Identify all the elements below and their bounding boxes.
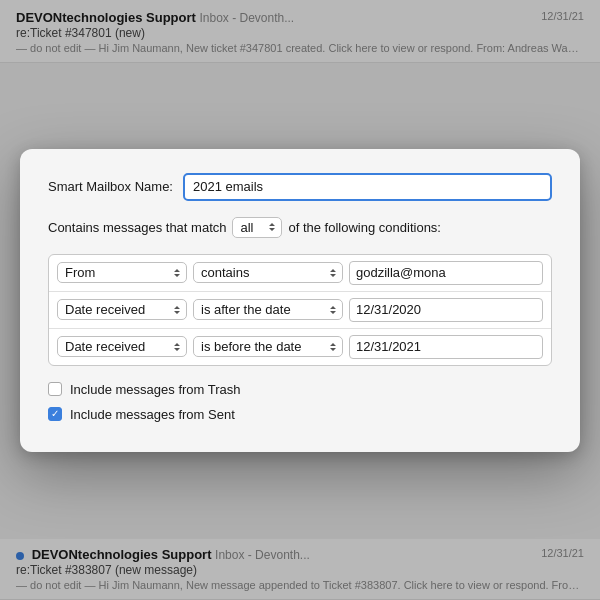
smart-mailbox-dialog: Smart Mailbox Name: Contains messages th… xyxy=(20,149,580,452)
mailbox-name-input[interactable] xyxy=(183,173,552,201)
condition-3-operator-select[interactable]: is after the date is before the date is … xyxy=(193,336,343,357)
condition-row-1: From To Subject Date received Any Recipi… xyxy=(49,255,551,292)
condition-3-value-input[interactable] xyxy=(349,335,543,359)
match-prefix-text: Contains messages that match xyxy=(48,220,226,235)
modal-overlay: Smart Mailbox Name: Contains messages th… xyxy=(0,0,600,600)
sent-checkbox-row[interactable]: Include messages from Sent xyxy=(48,407,552,422)
name-row: Smart Mailbox Name: xyxy=(48,173,552,201)
condition-1-operator-select[interactable]: contains does not contain is equal to be… xyxy=(193,262,343,283)
match-conditions-row: Contains messages that match all any of … xyxy=(48,217,552,238)
condition-row-3: From To Subject Date received Any Recipi… xyxy=(49,329,551,365)
sent-checkbox-label: Include messages from Sent xyxy=(70,407,235,422)
condition-2-value-input[interactable] xyxy=(349,298,543,322)
match-type-select[interactable]: all any xyxy=(232,217,282,238)
trash-checkbox-label: Include messages from Trash xyxy=(70,382,241,397)
trash-checkbox[interactable] xyxy=(48,382,62,396)
condition-1-value-input[interactable] xyxy=(349,261,543,285)
conditions-table: From To Subject Date received Any Recipi… xyxy=(48,254,552,366)
condition-2-field-select[interactable]: From To Subject Date received Any Recipi… xyxy=(57,299,187,320)
condition-1-field-select[interactable]: From To Subject Date received Any Recipi… xyxy=(57,262,187,283)
condition-row-2: From To Subject Date received Any Recipi… xyxy=(49,292,551,329)
condition-2-operator-select[interactable]: is after the date is before the date is … xyxy=(193,299,343,320)
name-label: Smart Mailbox Name: xyxy=(48,179,173,194)
sent-checkbox[interactable] xyxy=(48,407,62,421)
condition-3-field-select[interactable]: From To Subject Date received Any Recipi… xyxy=(57,336,187,357)
trash-checkbox-row[interactable]: Include messages from Trash xyxy=(48,382,552,397)
match-suffix-text: of the following conditions: xyxy=(288,220,440,235)
